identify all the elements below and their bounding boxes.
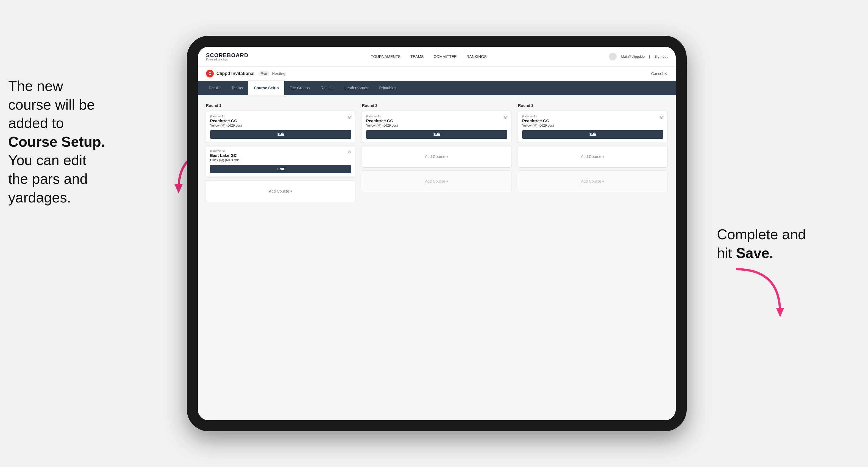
round2-course-a-name: Peachtree GC — [366, 118, 507, 123]
nav-link-tournaments[interactable]: TOURNAMENTS — [371, 54, 401, 59]
round-3-title: Round 3 — [518, 103, 668, 108]
tab-results[interactable]: Results — [315, 81, 339, 95]
round-1-title: Round 1 — [206, 103, 355, 108]
tournament-status: Hosting — [272, 71, 285, 75]
round-2-title: Round 2 — [362, 103, 512, 108]
round1-add-course-button[interactable]: Add Course + — [206, 180, 355, 202]
cancel-button[interactable]: Cancel ✕ — [651, 71, 668, 76]
round1-add-course-text: Add Course + — [269, 189, 292, 193]
round2-add-course-2-button: Add Course + — [362, 170, 512, 192]
round3-add-course-2-text: Add Course + — [581, 179, 604, 184]
tournament-bar: C Clippd Invitational Men Hosting Cancel… — [198, 66, 676, 81]
brand-title: SCOREBOARD — [206, 52, 248, 59]
round2-course-a-label: (Course A) — [366, 115, 507, 118]
tournament-name: C Clippd Invitational Men Hosting — [206, 70, 285, 77]
nav-link-committee[interactable]: COMMITTEE — [433, 54, 457, 59]
round3-course-a-delete-icon[interactable]: ⊗ — [658, 114, 664, 120]
rounds-grid: Round 1 (Course A) Peachtree GC Yellow (… — [206, 103, 668, 205]
round1-course-b-tee: Black (M) (6891 yds) — [210, 158, 351, 162]
nav-links: TOURNAMENTS TEAMS COMMITTEE RANKINGS — [371, 54, 487, 59]
tournament-logo: C — [206, 70, 214, 77]
tablet-frame: SCOREBOARD Powered by clippd TOURNAMENTS… — [187, 36, 687, 431]
top-nav: SCOREBOARD Powered by clippd TOURNAMENTS… — [198, 47, 676, 66]
main-content: Round 1 (Course A) Peachtree GC Yellow (… — [198, 95, 676, 420]
sign-out-link[interactable]: Sign out — [654, 54, 668, 59]
nav-link-teams[interactable]: TEAMS — [410, 54, 424, 59]
user-email: blair@clippd.io — [621, 54, 644, 59]
annotation-right: Complete and hit Save. — [717, 225, 860, 262]
tab-details[interactable]: Details — [203, 81, 226, 95]
round3-add-course-text: Add Course + — [581, 154, 604, 159]
round2-add-course-2-text: Add Course + — [425, 179, 448, 184]
round1-course-a-card: (Course A) Peachtree GC Yellow (M) (6629… — [206, 111, 355, 143]
round3-course-a-tee: Yellow (M) (6629 yds) — [522, 124, 663, 127]
round2-add-course-button[interactable]: Add Course + — [362, 146, 512, 167]
round1-course-a-label: (Course A) — [210, 115, 351, 118]
round1-course-b-card: (Course B) East Lake GC Black (M) (6891 … — [206, 146, 355, 178]
round2-course-a-delete-icon[interactable]: ⊗ — [502, 114, 508, 120]
round-3-column: Round 3 (Course A) Peachtree GC Yellow (… — [518, 103, 668, 205]
round1-course-b-delete-icon[interactable]: ⊗ — [346, 149, 352, 155]
tab-course-setup[interactable]: Course Setup — [248, 81, 284, 95]
round3-course-a-edit-button[interactable]: Edit — [522, 130, 663, 139]
nav-link-rankings[interactable]: RANKINGS — [466, 54, 487, 59]
round3-add-course-2-button: Add Course + — [518, 170, 668, 192]
round1-course-a-edit-button[interactable]: Edit — [210, 130, 351, 139]
round-2-column: Round 2 (Course A) Peachtree GC Yellow (… — [362, 103, 512, 205]
tab-leaderboards[interactable]: Leaderboards — [339, 81, 374, 95]
tabs-bar: Details Teams Course Setup Tee Groups Re… — [198, 81, 676, 95]
tab-tee-groups[interactable]: Tee Groups — [284, 81, 315, 95]
nav-right: blair@clippd.io | Sign out — [609, 53, 668, 60]
round3-course-a-label: (Course A) — [522, 115, 663, 118]
round3-course-a-card: (Course A) Peachtree GC Yellow (M) (6629… — [518, 111, 668, 143]
avatar — [609, 53, 617, 60]
svg-marker-1 — [776, 308, 784, 317]
tab-printables[interactable]: Printables — [374, 81, 402, 95]
round2-course-a-edit-button[interactable]: Edit — [366, 130, 507, 139]
round3-add-course-button[interactable]: Add Course + — [518, 146, 668, 167]
round2-course-a-tee: Yellow (M) (6629 yds) — [366, 124, 507, 127]
round3-course-a-name: Peachtree GC — [522, 118, 663, 123]
round1-course-b-label: (Course B) — [210, 149, 351, 152]
nav-brand: SCOREBOARD Powered by clippd — [206, 52, 248, 61]
round1-course-a-delete-icon[interactable]: ⊗ — [346, 114, 352, 120]
tournament-title: Clippd Invitational — [216, 71, 255, 76]
round2-course-a-card: (Course A) Peachtree GC Yellow (M) (6629… — [362, 111, 512, 143]
round1-course-a-name: Peachtree GC — [210, 118, 351, 123]
round1-course-b-edit-button[interactable]: Edit — [210, 165, 351, 173]
svg-marker-0 — [175, 184, 183, 194]
tab-teams[interactable]: Teams — [226, 81, 248, 95]
round1-course-a-tee: Yellow (M) (6629 yds) — [210, 124, 351, 127]
round2-add-course-text: Add Course + — [425, 154, 448, 159]
round-1-column: Round 1 (Course A) Peachtree GC Yellow (… — [206, 103, 355, 205]
tournament-gender: Men — [258, 71, 270, 76]
round1-course-b-name: East Lake GC — [210, 153, 351, 158]
annotation-left: The new course will be added to Course S… — [8, 77, 187, 207]
tablet-screen: SCOREBOARD Powered by clippd TOURNAMENTS… — [198, 47, 676, 420]
arrow-right-icon — [731, 264, 791, 324]
